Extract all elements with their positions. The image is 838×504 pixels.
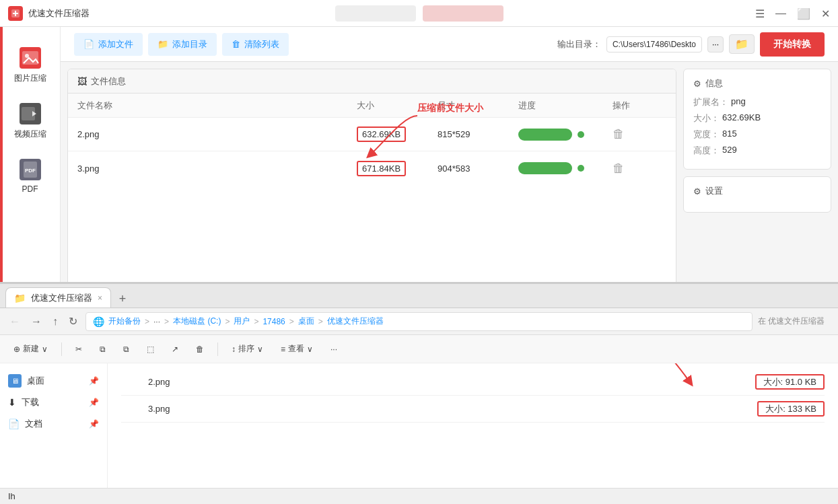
col-action: 操作: [613, 100, 666, 112]
info-width-row: 宽度： 815: [693, 129, 821, 141]
nav-up-btn[interactable]: ↑: [50, 314, 61, 329]
settings-icon: ⚙: [693, 186, 701, 196]
browser-section: 📁 优速文件压缩器 × + ← → ↑ ↻ 🌐 开始备份 > ··· > 本地磁…: [0, 282, 838, 504]
fm-delete-btn[interactable]: 🗑: [189, 339, 211, 359]
fm-share-btn[interactable]: ↗: [165, 339, 185, 359]
fm-content: 🖥 桌面 📌 ⬇ 下载 📌 📄 文档 📌 压缩后文件大小: [0, 363, 838, 488]
add-dir-icon: 📁: [158, 39, 168, 49]
breadcrumb-c[interactable]: 本地磁盘 (C:): [173, 316, 221, 327]
nav-search-hint: 在 优速文件压缩器: [758, 316, 831, 327]
new-icon: ⊕: [13, 345, 20, 354]
fm-special-btn[interactable]: ⬚: [140, 339, 161, 359]
download-icon: ⬇: [8, 397, 16, 408]
app-icon: [8, 6, 23, 21]
sort-dropdown-icon: ∨: [257, 345, 263, 354]
clear-icon: 🗑: [232, 39, 240, 49]
nav-back-btn[interactable]: ←: [7, 314, 23, 329]
breadcrumb-17486[interactable]: 17486: [263, 317, 285, 326]
pdf-compress-label: PDF: [22, 184, 38, 194]
fm-file-name-1: 2.png: [148, 377, 747, 387]
info-size-row: 大小： 632.69KB: [693, 112, 821, 124]
dropdown-icon: ∨: [42, 345, 48, 354]
menu-icon[interactable]: ☰: [755, 7, 765, 20]
tab-close-btn[interactable]: ×: [98, 293, 102, 303]
start-convert-btn[interactable]: 开始转换: [760, 32, 825, 57]
video-icon: [18, 102, 42, 126]
delete-btn-2[interactable]: 🗑: [613, 161, 666, 176]
info-height-row: 高度： 529: [693, 145, 821, 157]
settings-gear-icon: ⚙: [693, 79, 701, 89]
fm-sidebar-desktop[interactable]: 🖥 桌面 📌: [0, 370, 107, 392]
sort-icon: ↕: [232, 345, 236, 354]
fm-view-btn[interactable]: ≡ 查看 ∨: [274, 339, 320, 359]
breadcrumb-start[interactable]: 开始备份: [108, 316, 141, 327]
fm-sort-btn[interactable]: ↕ 排序 ∨: [225, 339, 270, 359]
sidebar-item-image[interactable]: 图片压缩: [5, 40, 55, 89]
info-ext-row: 扩展名： png: [693, 96, 821, 108]
more-icon: ···: [330, 345, 337, 354]
add-file-icon: 📄: [83, 39, 94, 49]
breadcrumb-desktop[interactable]: 桌面: [298, 316, 314, 327]
col-progress: 进度: [518, 100, 613, 112]
pin-docs-icon[interactable]: 📌: [89, 419, 99, 429]
browser-nav-bar: ← → ↑ ↻ 🌐 开始备份 > ··· > 本地磁盘 (C:) > 用户 > …: [0, 308, 838, 335]
delete-fm-icon: 🗑: [196, 345, 204, 354]
address-globe-icon: 🌐: [93, 316, 104, 327]
file-panel-header: 🖼 文件信息: [68, 69, 676, 94]
table-row: 2.png 632.69KB 815*529 🗑: [68, 118, 676, 151]
fm-new-btn[interactable]: ⊕ 新建 ∨: [7, 339, 55, 359]
fm-file-row-1[interactable]: 2.png 大小: 91.0 KB: [121, 369, 825, 396]
fm-more-btn[interactable]: ···: [324, 339, 344, 359]
add-dir-btn[interactable]: 📁 添加目录: [148, 33, 217, 56]
info-box: ⚙ 信息 扩展名： png 大小： 632.69KB: [683, 69, 831, 170]
pin-desktop-icon[interactable]: 📌: [89, 376, 99, 386]
file-dim-1: 815*529: [438, 129, 518, 139]
fm-sidebar-docs[interactable]: 📄 文档 📌: [0, 413, 107, 435]
breadcrumb-app[interactable]: 优速文件压缩器: [327, 316, 384, 327]
fm-cut-btn[interactable]: ✂: [69, 339, 89, 359]
breadcrumb-users[interactable]: 用户: [234, 316, 250, 327]
col-name: 文件名称: [77, 100, 357, 112]
sidebar-item-video[interactable]: 视频压缩: [5, 96, 55, 145]
pin-download-icon[interactable]: 📌: [89, 398, 99, 407]
fm-sidebar: 🖥 桌面 📌 ⬇ 下载 📌 📄 文档 📌: [0, 363, 108, 488]
image-icon: [18, 46, 42, 70]
address-bar[interactable]: 🌐 开始备份 > ··· > 本地磁盘 (C:) > 用户 > 17486 > …: [85, 312, 753, 331]
sidebar-item-pdf[interactable]: PDF PDF: [5, 152, 55, 199]
special-icon: ⬚: [147, 345, 154, 354]
output-path[interactable]: C:\Users\17486\Deskto: [606, 36, 702, 52]
share-icon: ↗: [172, 345, 178, 354]
fm-file-row-2[interactable]: 3.png 大小: 133 KB: [121, 396, 825, 423]
delete-btn-1[interactable]: 🗑: [613, 127, 666, 141]
add-file-btn[interactable]: 📄 添加文件: [74, 33, 143, 56]
maximize-btn[interactable]: ⬜: [797, 7, 810, 20]
browser-tab-bar: 📁 优速文件压缩器 × +: [0, 284, 838, 308]
browser-tab[interactable]: 📁 优速文件压缩器 ×: [5, 287, 111, 308]
output-label: 输出目录：: [557, 38, 601, 50]
status-text: Ih: [8, 491, 15, 501]
file-thumb-2: [121, 401, 140, 417]
window-controls: ☰ — ⬜ ✕: [755, 7, 830, 20]
app-title: 优速文件压缩器: [28, 7, 90, 20]
minimize-btn[interactable]: —: [775, 7, 786, 20]
fm-file-list: 压缩后文件大小 2.png 大小: 91.0 KB 3.png 大: [108, 363, 838, 488]
fm-sidebar-download[interactable]: ⬇ 下载 📌: [0, 392, 107, 413]
new-tab-btn[interactable]: +: [114, 290, 131, 308]
folder-icon: 📁: [735, 38, 748, 50]
view-icon: ≡: [281, 345, 285, 354]
col-size: 大小: [357, 100, 438, 112]
status-bar: Ih: [0, 488, 838, 504]
nav-fwd-btn[interactable]: →: [28, 314, 44, 329]
clear-list-btn[interactable]: 🗑 清除列表: [222, 33, 289, 56]
docs-icon: 📄: [8, 419, 20, 429]
file-size-1: 632.69KB: [357, 127, 438, 142]
output-more-btn[interactable]: ···: [707, 36, 724, 52]
progress-1: [518, 129, 613, 141]
fm-file-size-1: 大小: 91.0 KB: [755, 376, 825, 388]
close-btn[interactable]: ✕: [821, 7, 830, 20]
fm-copy-btn[interactable]: ⧉: [93, 339, 112, 359]
fm-paste-btn[interactable]: ⧉: [116, 339, 136, 359]
output-folder-btn[interactable]: 📁: [729, 34, 755, 54]
nav-refresh-btn[interactable]: ↻: [66, 314, 80, 329]
breadcrumb-more[interactable]: ···: [153, 317, 160, 326]
